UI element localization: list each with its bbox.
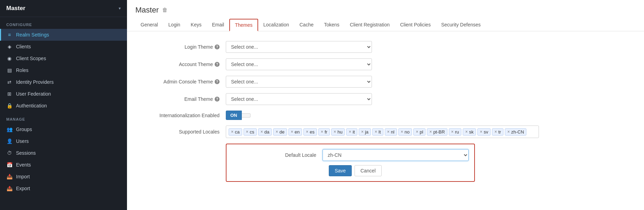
email-theme-control: Select one...: [226, 93, 372, 105]
supported-locales-label: Supported Locales: [135, 129, 226, 135]
locale-tag: ×lt: [372, 128, 383, 136]
admin-console-theme-help-icon[interactable]: ?: [215, 79, 220, 84]
tab-security-defenses[interactable]: Security Defenses: [436, 19, 486, 31]
locale-tag: ×ru: [449, 128, 462, 136]
locale-tag-remove-icon[interactable]: ×: [349, 130, 351, 134]
locale-tag: ×ca: [229, 128, 242, 136]
locale-tag-remove-icon[interactable]: ×: [291, 130, 293, 134]
delete-realm-icon[interactable]: 🗑: [162, 7, 168, 13]
locale-tag-remove-icon[interactable]: ×: [429, 130, 432, 134]
sidebar-item-realm-settings[interactable]: ≡ Realm Settings: [0, 29, 127, 41]
tab-keys[interactable]: Keys: [185, 19, 207, 31]
user-federation-icon: ⊞: [6, 91, 13, 97]
sidebar: Master ▾ Configure ≡ Realm Settings ◈ Cl…: [0, 0, 127, 210]
toggle-on-button[interactable]: ON: [226, 111, 242, 120]
default-locale-select[interactable]: zh-CNendefresjapt-BRrucacsdahuitltnlnopl…: [323, 149, 469, 161]
default-locale-row: Default Locale zh-CNendefresjapt-BRrucac…: [232, 149, 469, 161]
sidebar-item-events[interactable]: 📅 Events: [0, 159, 127, 171]
sidebar-item-import[interactable]: 📥 Import: [0, 171, 127, 183]
locale-tag-remove-icon[interactable]: ×: [334, 130, 336, 134]
sidebar-header[interactable]: Master ▾: [0, 0, 127, 17]
realm-chevron-icon[interactable]: ▾: [119, 6, 121, 11]
locale-tag-remove-icon[interactable]: ×: [480, 130, 482, 134]
login-theme-select[interactable]: Select one...: [226, 41, 372, 53]
authentication-icon: 🔒: [6, 103, 13, 108]
tab-general[interactable]: General: [135, 19, 163, 31]
locale-tag-remove-icon[interactable]: ×: [416, 130, 418, 134]
sidebar-item-identity-providers[interactable]: ⇄ Identity Providers: [0, 76, 127, 88]
sidebar-item-sessions[interactable]: ⏱ Sessions: [0, 147, 127, 159]
locale-tag: ×pt-BR: [427, 128, 447, 136]
sidebar-item-label: Sessions: [16, 150, 36, 156]
sidebar-item-clients[interactable]: ◈ Clients: [0, 41, 127, 52]
sidebar-item-label: Identity Providers: [16, 79, 54, 85]
sidebar-item-label: Authentication: [16, 103, 47, 108]
tab-localization[interactable]: Localization: [258, 19, 294, 31]
toggle-off-button[interactable]: [242, 113, 251, 118]
sidebar-item-label: User Federation: [16, 91, 51, 97]
themes-form: Login Theme ? Select one... Account Them…: [135, 41, 553, 182]
sidebar-item-groups[interactable]: 👥 Groups: [0, 123, 127, 135]
realm-name: Master: [6, 5, 25, 12]
locale-tag-remove-icon[interactable]: ×: [507, 130, 510, 134]
locale-tag-remove-icon[interactable]: ×: [276, 130, 278, 134]
tab-cache[interactable]: Cache: [294, 19, 319, 31]
tab-themes[interactable]: Themes: [229, 19, 258, 31]
sidebar-item-label: Realm Settings: [16, 32, 49, 38]
locale-tag-remove-icon[interactable]: ×: [321, 130, 323, 134]
login-theme-help-icon[interactable]: ?: [215, 45, 220, 49]
admin-console-theme-control: Select one...: [226, 76, 372, 88]
save-button[interactable]: Save: [329, 165, 352, 176]
manage-section-label: Manage: [0, 112, 127, 123]
locale-tag-remove-icon[interactable]: ×: [387, 130, 390, 134]
tab-login[interactable]: Login: [163, 19, 185, 31]
email-theme-help-icon[interactable]: ?: [215, 97, 220, 102]
locale-tag-remove-icon[interactable]: ×: [361, 130, 364, 134]
locale-tag-remove-icon[interactable]: ×: [246, 130, 248, 134]
supported-locales-container[interactable]: ×ca×cs×da×de×en×es×fr×hu×it×ja×lt×nl×no×…: [226, 126, 539, 138]
admin-console-theme-row: Admin Console Theme ? Select one...: [135, 76, 553, 88]
locale-tag: ×es: [303, 128, 317, 136]
tab-tokens[interactable]: Tokens: [319, 19, 344, 31]
groups-icon: 👥: [6, 127, 13, 132]
locale-tag-remove-icon[interactable]: ×: [306, 130, 308, 134]
locale-tag: ×cs: [244, 128, 257, 136]
sidebar-item-export[interactable]: 📤 Export: [0, 183, 127, 194]
sidebar-item-authentication[interactable]: 🔒 Authentication: [0, 100, 127, 112]
tabs-nav: General Login Keys Email Themes Localiza…: [135, 19, 636, 31]
account-theme-select[interactable]: Select one...: [226, 58, 372, 70]
sidebar-item-roles[interactable]: ▤ Roles: [0, 64, 127, 76]
admin-console-theme-label: Admin Console Theme ?: [135, 79, 226, 84]
identity-providers-icon: ⇄: [6, 79, 13, 85]
sidebar-item-user-federation[interactable]: ⊞ User Federation: [0, 88, 127, 100]
realm-settings-icon: ≡: [6, 32, 13, 38]
tab-client-registration[interactable]: Client Registration: [345, 19, 395, 31]
users-icon: 👤: [6, 138, 13, 144]
internationalization-row: Internationalization Enabled ON: [135, 111, 553, 120]
tab-client-policies[interactable]: Client Policies: [395, 19, 436, 31]
locale-tag-remove-icon[interactable]: ×: [465, 130, 468, 134]
login-theme-label: Login Theme ?: [135, 44, 226, 50]
email-theme-select[interactable]: Select one...: [226, 93, 372, 105]
locale-tag-remove-icon[interactable]: ×: [451, 130, 454, 134]
locale-tag-remove-icon[interactable]: ×: [401, 130, 403, 134]
locale-tag-remove-icon[interactable]: ×: [231, 130, 233, 134]
tab-email[interactable]: Email: [207, 19, 229, 31]
clients-icon: ◈: [6, 44, 13, 49]
sidebar-item-label: Events: [16, 162, 31, 168]
main-content: Master 🗑 General Login Keys Email Themes…: [127, 0, 644, 210]
admin-console-theme-select[interactable]: Select one...: [226, 76, 372, 88]
sidebar-item-users[interactable]: 👤 Users: [0, 135, 127, 147]
internationalization-label: Internationalization Enabled: [135, 113, 226, 118]
highlighted-section: Default Locale zh-CNendefresjapt-BRrucac…: [226, 144, 475, 182]
locale-tag-remove-icon[interactable]: ×: [375, 130, 377, 134]
locale-tag-remove-icon[interactable]: ×: [261, 130, 263, 134]
locale-tag: ×tr: [492, 128, 503, 136]
client-scopes-icon: ◉: [6, 56, 13, 61]
locale-tag-remove-icon[interactable]: ×: [494, 130, 497, 134]
main-header: Master 🗑 General Login Keys Email Themes…: [127, 0, 644, 31]
account-theme-row: Account Theme ? Select one...: [135, 58, 553, 70]
sidebar-item-client-scopes[interactable]: ◉ Client Scopes: [0, 52, 127, 64]
cancel-button[interactable]: Cancel: [355, 165, 382, 176]
account-theme-help-icon[interactable]: ?: [215, 62, 220, 67]
